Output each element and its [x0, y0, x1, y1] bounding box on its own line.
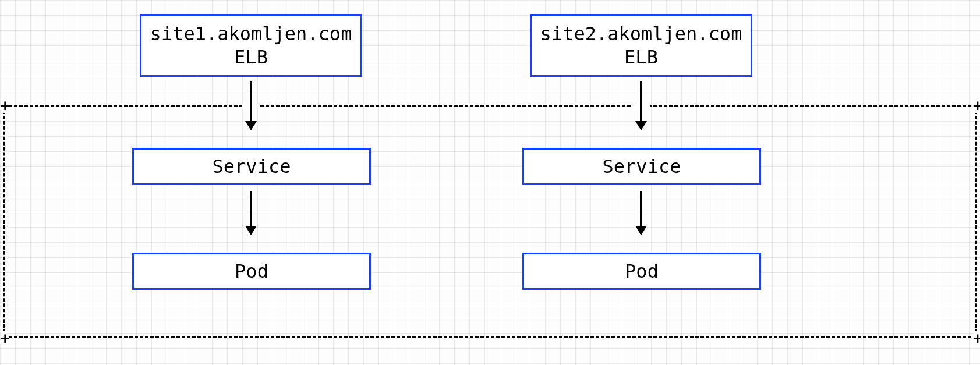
- pod-box-1: Pod: [132, 253, 371, 290]
- pod-box-2: Pod: [522, 253, 761, 290]
- arrow-service1-pod1: [250, 191, 252, 234]
- elb-box-1: site1.akomljen.com ELB: [140, 14, 362, 77]
- corner-br: +: [973, 331, 980, 346]
- elb-2-line1: site2.akomljen.com: [540, 22, 742, 45]
- elb-box-2: site2.akomljen.com ELB: [530, 14, 752, 77]
- elb-1-line1: site1.akomljen.com: [150, 22, 352, 45]
- pod-2-label: Pod: [625, 260, 659, 283]
- cluster-boundary: [3, 105, 977, 338]
- corner-bl: +: [1, 331, 8, 346]
- arrow-elb2-service2: [640, 81, 642, 129]
- arrow-service2-pod2: [640, 191, 642, 234]
- corner-tl: +: [1, 98, 8, 113]
- elb-2-line2: ELB: [624, 45, 658, 69]
- corner-tr: +: [973, 98, 980, 113]
- service-box-1: Service: [132, 148, 371, 185]
- service-2-label: Service: [603, 155, 681, 178]
- pod-1-label: Pod: [235, 260, 268, 283]
- service-1-label: Service: [213, 155, 291, 178]
- arrow-elb1-service1: [250, 81, 252, 129]
- elb-1-line2: ELB: [234, 45, 268, 69]
- service-box-2: Service: [522, 148, 761, 185]
